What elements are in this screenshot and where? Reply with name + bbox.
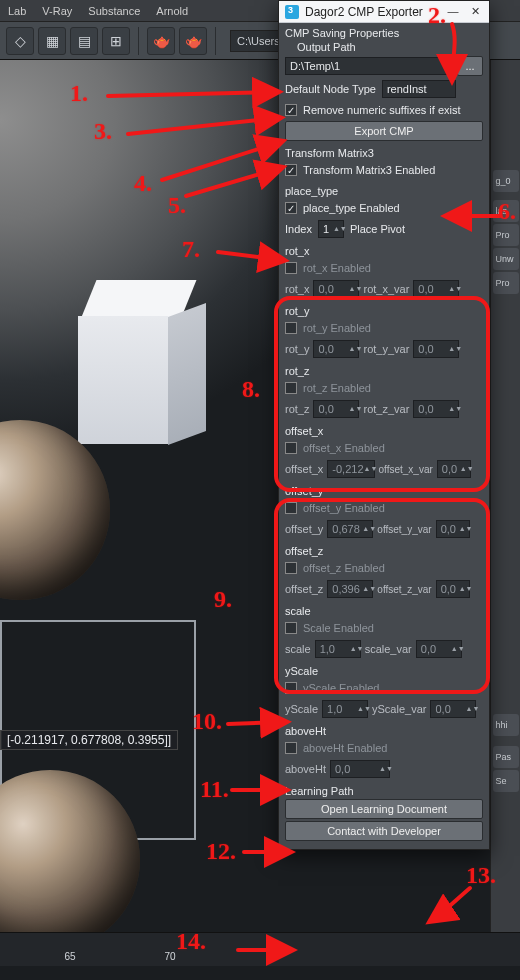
offset-y-header: offset_y <box>285 485 483 497</box>
offset-y-var-spinner[interactable]: 0,0▲▼ <box>436 520 470 538</box>
rot-z-var-label: rot_z_var <box>363 403 409 415</box>
offset-y-enabled-checkbox[interactable] <box>285 502 297 514</box>
close-button[interactable]: ✕ <box>467 4 483 20</box>
menu-substance[interactable]: Substance <box>80 5 148 17</box>
minimize-button[interactable]: — <box>445 4 461 20</box>
tm3-header: Transform Matrix3 <box>285 147 483 159</box>
offset-x-enabled-label: offset_x Enabled <box>303 442 385 454</box>
offset-z-var-label: offset_z_var <box>377 584 431 595</box>
rot-y-enabled-checkbox[interactable] <box>285 322 297 334</box>
aboveht-enabled-checkbox[interactable] <box>285 742 297 754</box>
place-index-label: Index <box>285 223 312 235</box>
rot-z-val-label: rot_z <box>285 403 309 415</box>
rot-z-enabled-label: rot_z Enabled <box>303 382 371 394</box>
remove-suffixes-checkbox[interactable] <box>285 104 297 116</box>
scale-enabled-checkbox[interactable] <box>285 622 297 634</box>
rot-z-enabled-checkbox[interactable] <box>285 382 297 394</box>
rot-y-var-label: rot_y_var <box>363 343 409 355</box>
default-node-type-label: Default Node Type <box>285 83 376 95</box>
yscale-var-label: yScale_var <box>372 703 426 715</box>
yscale-val-label: yScale <box>285 703 318 715</box>
app-icon <box>285 5 299 19</box>
offset-x-val-label: offset_x <box>285 463 323 475</box>
scale-var-label: scale_var <box>365 643 412 655</box>
rot-y-spinner[interactable]: 0,0▲▼ <box>313 340 359 358</box>
yscale-var-spinner[interactable]: 0,0▲▼ <box>430 700 476 718</box>
offset-x-header: offset_x <box>285 425 483 437</box>
rot-x-header: rot_x <box>285 245 483 257</box>
offset-y-enabled-label: offset_y Enabled <box>303 502 385 514</box>
offset-z-enabled-checkbox[interactable] <box>285 562 297 574</box>
output-path-input[interactable] <box>285 57 451 75</box>
offset-x-var-spinner[interactable]: 0,0▲▼ <box>437 460 471 478</box>
scale-spinner[interactable]: 1,0▲▼ <box>315 640 361 658</box>
tick-70: 70 <box>164 951 175 962</box>
tool-icon-1[interactable]: ◇ <box>6 27 34 55</box>
scale-val-label: scale <box>285 643 311 655</box>
tool-icon-4[interactable]: ⊞ <box>102 27 130 55</box>
rtab-2[interactable]: Pro <box>493 224 519 246</box>
rot-x-val-label: rot_x <box>285 283 309 295</box>
rtab-1[interactable]: las <box>493 200 519 222</box>
offset-x-var-label: offset_x_var <box>379 464 433 475</box>
rot-x-spinner[interactable]: 0,0▲▼ <box>313 280 359 298</box>
tool-icon-2[interactable]: ▦ <box>38 27 66 55</box>
yscale-enabled-label: yScale Enabled <box>303 682 379 694</box>
yscale-header: yScale <box>285 665 483 677</box>
offset-z-val-label: offset_z <box>285 583 323 595</box>
output-path-label: Output Path <box>285 41 483 53</box>
rot-y-enabled-label: rot_y Enabled <box>303 322 371 334</box>
place-index-spinner[interactable]: 1▲▼ <box>318 220 344 238</box>
place-pivot-label: Place Pivot <box>350 223 405 235</box>
rot-y-val-label: rot_y <box>285 343 309 355</box>
rot-z-header: rot_z <box>285 365 483 377</box>
offset-z-spinner[interactable]: 0,396▲▼ <box>327 580 373 598</box>
aboveht-enabled-label: aboveHt Enabled <box>303 742 387 754</box>
place-type-header: place_type <box>285 185 483 197</box>
scene-box-mesh[interactable] <box>78 280 198 440</box>
right-side-tabs: g_0 las Pro Unw Pro hhi Pas Se <box>490 60 520 940</box>
menu-vray[interactable]: V-Ray <box>34 5 80 17</box>
rot-x-enabled-checkbox[interactable] <box>285 262 297 274</box>
timeline[interactable]: 65 70 <box>0 932 520 966</box>
offset-y-val-label: offset_y <box>285 523 323 535</box>
tm3-enabled-label: Transform Matrix3 Enabled <box>303 164 435 176</box>
rot-x-var-spinner[interactable]: 0,0▲▼ <box>413 280 459 298</box>
offset-x-enabled-checkbox[interactable] <box>285 442 297 454</box>
rtab-3[interactable]: Unw <box>493 248 519 270</box>
offset-y-spinner[interactable]: 0,678▲▼ <box>327 520 373 538</box>
offset-z-var-spinner[interactable]: 0,0▲▼ <box>436 580 470 598</box>
learning-header: Learning Path <box>285 785 483 797</box>
export-cmp-button[interactable]: Export CMP <box>285 121 483 141</box>
scale-header: scale <box>285 605 483 617</box>
panel-titlebar[interactable]: Dagor2 CMP Exporter — ✕ <box>279 1 489 23</box>
contact-developer-button[interactable]: Contact with Developer <box>285 821 483 841</box>
tm3-enabled-checkbox[interactable] <box>285 164 297 176</box>
scale-var-spinner[interactable]: 0,0▲▼ <box>416 640 462 658</box>
rot-z-spinner[interactable]: 0,0▲▼ <box>313 400 359 418</box>
rtab-7[interactable]: Se <box>493 770 519 792</box>
aboveht-val-label: aboveHt <box>285 763 326 775</box>
aboveht-spinner[interactable]: 0,0▲▼ <box>330 760 390 778</box>
default-node-type-input[interactable] <box>382 80 456 98</box>
browse-button[interactable]: ... <box>457 56 483 76</box>
rot-z-var-spinner[interactable]: 0,0▲▼ <box>413 400 459 418</box>
tool-icon-3[interactable]: ▤ <box>70 27 98 55</box>
menu-arnold[interactable]: Arnold <box>148 5 196 17</box>
tick-65: 65 <box>64 951 75 962</box>
rtab-0[interactable]: g_0 <box>493 170 519 192</box>
teapot-alt-icon[interactable]: 🫖 <box>179 27 207 55</box>
rtab-4[interactable]: Pro <box>493 272 519 294</box>
yscale-enabled-checkbox[interactable] <box>285 682 297 694</box>
offset-z-enabled-label: offset_z Enabled <box>303 562 385 574</box>
cmp-exporter-panel: Dagor2 CMP Exporter — ✕ CMP Saving Prope… <box>278 0 490 850</box>
rot-y-var-spinner[interactable]: 0,0▲▼ <box>413 340 459 358</box>
rtab-5[interactable]: hhi <box>493 714 519 736</box>
menu-lab[interactable]: Lab <box>0 5 34 17</box>
offset-x-spinner[interactable]: -0,212▲▼ <box>327 460 374 478</box>
open-learning-doc-button[interactable]: Open Learning Document <box>285 799 483 819</box>
rtab-6[interactable]: Pas <box>493 746 519 768</box>
teapot-icon[interactable]: 🫖 <box>147 27 175 55</box>
yscale-spinner[interactable]: 1,0▲▼ <box>322 700 368 718</box>
place-type-enabled-checkbox[interactable] <box>285 202 297 214</box>
